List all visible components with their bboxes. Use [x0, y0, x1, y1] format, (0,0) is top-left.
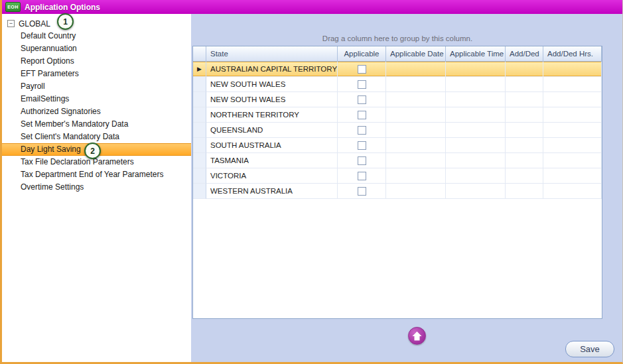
add-ded-hrs-cell[interactable]: [543, 138, 602, 153]
applicable-checkbox[interactable]: [358, 172, 366, 180]
applicable-date-cell[interactable]: [386, 77, 446, 92]
applicable-date-cell[interactable]: [386, 62, 446, 77]
add-ded-cell[interactable]: [506, 62, 543, 77]
applicable-time-cell[interactable]: [446, 123, 506, 138]
tree-root-global[interactable]: − GLOBAL: [2, 17, 191, 30]
collapse-icon[interactable]: −: [7, 20, 15, 27]
add-ded-cell[interactable]: [506, 184, 543, 199]
add-ded-cell[interactable]: [506, 168, 543, 184]
add-ded-hrs-cell[interactable]: [543, 168, 602, 184]
add-ded-cell[interactable]: [506, 92, 543, 107]
add-ded-cell[interactable]: [506, 138, 543, 153]
tree-item-label: EFT Parameters: [21, 69, 79, 78]
state-cell[interactable]: TASMANIA: [206, 153, 338, 168]
add-ded-hrs-cell[interactable]: [543, 107, 602, 123]
group-by-drop-zone[interactable]: Drag a column here to group by this colu…: [192, 31, 602, 46]
tree-item-set-clients-mandatory-data[interactable]: Set Client's Mandatory Data: [2, 131, 191, 143]
row-indicator: [193, 107, 206, 123]
tree-item-emailsettings[interactable]: EmailSettings: [2, 93, 191, 105]
state-cell[interactable]: WESTERN AUSTRALIA: [206, 184, 338, 199]
table-row[interactable]: WESTERN AUSTRALIA: [193, 184, 602, 199]
state-cell[interactable]: VICTORIA: [206, 168, 338, 184]
applicable-date-cell[interactable]: [386, 123, 446, 138]
table-row[interactable]: TASMANIA: [193, 153, 602, 168]
state-cell[interactable]: NEW SOUTH WALES: [206, 92, 338, 107]
applicable-cell: [338, 153, 386, 168]
applicable-date-cell[interactable]: [386, 138, 446, 153]
applicable-time-cell[interactable]: [446, 138, 506, 153]
applicable-cell: [338, 107, 386, 123]
tree-item-report-options[interactable]: Report Options: [2, 55, 191, 68]
applicable-checkbox[interactable]: [358, 80, 366, 89]
application-options-window: EOH Application Options − GLOBAL Default…: [0, 0, 623, 364]
add-ded-cell[interactable]: [506, 77, 543, 92]
applicable-checkbox[interactable]: [358, 65, 366, 74]
applicable-time-cell[interactable]: [446, 184, 506, 199]
table-row[interactable]: VICTORIA: [193, 168, 602, 184]
applicable-cell: [338, 62, 386, 77]
tree-item-eft-parameters[interactable]: EFT Parameters: [2, 68, 191, 80]
add-ded-hrs-cell[interactable]: [543, 77, 602, 92]
applicable-checkbox[interactable]: [358, 156, 366, 165]
state-cell[interactable]: SOUTH AUSTRALIA: [206, 138, 338, 153]
day-light-saving-panel: Drag a column here to group by this colu…: [191, 14, 622, 362]
column-header-add-ded[interactable]: Add/Ded: [506, 46, 543, 62]
table-row[interactable]: SOUTH AUSTRALIA: [193, 138, 602, 153]
table-row[interactable]: ▶ AUSTRALIAN CAPITAL TERRITORY: [193, 62, 602, 77]
state-cell[interactable]: AUSTRALIAN CAPITAL TERRITORY: [206, 62, 338, 77]
tree-item-label: Payroll: [21, 82, 45, 91]
row-indicator: [193, 184, 206, 199]
column-header-applicable-time[interactable]: Applicable Time: [446, 46, 506, 62]
state-cell[interactable]: NORTHERN TERRITORY: [206, 107, 338, 123]
applicable-checkbox[interactable]: [358, 126, 366, 135]
applicable-time-cell[interactable]: [446, 62, 506, 77]
tree-item-label: Overtime Settings: [21, 182, 84, 192]
applicable-date-cell[interactable]: [386, 153, 446, 168]
column-header-applicable[interactable]: Applicable: [338, 46, 386, 62]
applicable-date-cell[interactable]: [386, 92, 446, 107]
add-ded-hrs-cell[interactable]: [543, 123, 602, 138]
applicable-time-cell[interactable]: [446, 168, 506, 184]
tree-item-overtime-settings[interactable]: Overtime Settings: [2, 181, 191, 194]
applicable-checkbox[interactable]: [358, 187, 366, 196]
applicable-checkbox[interactable]: [358, 95, 366, 104]
applicable-date-cell[interactable]: [386, 184, 446, 199]
table-row[interactable]: QUEENSLAND: [193, 123, 602, 138]
tree-item-label: Tax Department End of Year Parameters: [21, 170, 163, 179]
add-ded-hrs-cell[interactable]: [543, 184, 602, 199]
add-ded-hrs-cell[interactable]: [543, 62, 602, 77]
tree-item-payroll[interactable]: Payroll: [2, 80, 191, 93]
tree-item-label: Set Client's Mandatory Data: [21, 132, 119, 141]
tree-item-set-members-mandatory-data[interactable]: Set Member's Mandatory Data: [2, 118, 191, 131]
applicable-date-cell[interactable]: [386, 107, 446, 123]
applicable-checkbox[interactable]: [358, 111, 366, 119]
table-row[interactable]: NEW SOUTH WALES: [193, 92, 602, 107]
table-row[interactable]: NORTHERN TERRITORY: [193, 107, 602, 123]
home-button[interactable]: [408, 327, 426, 345]
table-row[interactable]: NEW SOUTH WALES: [193, 77, 602, 92]
save-button[interactable]: Save: [565, 341, 614, 357]
grid-header-row: State Applicable Applicable Date Applica…: [193, 46, 602, 62]
applicable-checkbox[interactable]: [358, 141, 366, 150]
state-cell[interactable]: QUEENSLAND: [206, 123, 338, 138]
add-ded-cell[interactable]: [506, 153, 543, 168]
column-header-state[interactable]: State: [206, 46, 338, 62]
tree-item-authorized-signatories[interactable]: Authorized Signatories: [2, 105, 191, 118]
tree-item-tax-department-end-of-year-parameters[interactable]: Tax Department End of Year Parameters: [2, 168, 191, 181]
column-header-add-ded-hrs[interactable]: Add/Ded Hrs.: [543, 46, 602, 62]
applicable-time-cell[interactable]: [446, 153, 506, 168]
applicable-time-cell[interactable]: [446, 77, 506, 92]
applicable-time-cell[interactable]: [446, 92, 506, 107]
add-ded-cell[interactable]: [506, 123, 543, 138]
row-indicator: [193, 168, 206, 184]
state-cell[interactable]: NEW SOUTH WALES: [206, 77, 338, 92]
column-header-applicable-date[interactable]: Applicable Date: [386, 46, 446, 62]
add-ded-hrs-cell[interactable]: [543, 153, 602, 168]
applicable-time-cell[interactable]: [446, 107, 506, 123]
add-ded-cell[interactable]: [506, 107, 543, 123]
applicable-date-cell[interactable]: [386, 168, 446, 184]
annotation-callout-1: 1: [57, 13, 74, 30]
tree-item-superannuation[interactable]: Superannuation: [2, 42, 191, 55]
tree-item-default-country[interactable]: Default Country: [2, 30, 191, 42]
add-ded-hrs-cell[interactable]: [543, 92, 602, 107]
